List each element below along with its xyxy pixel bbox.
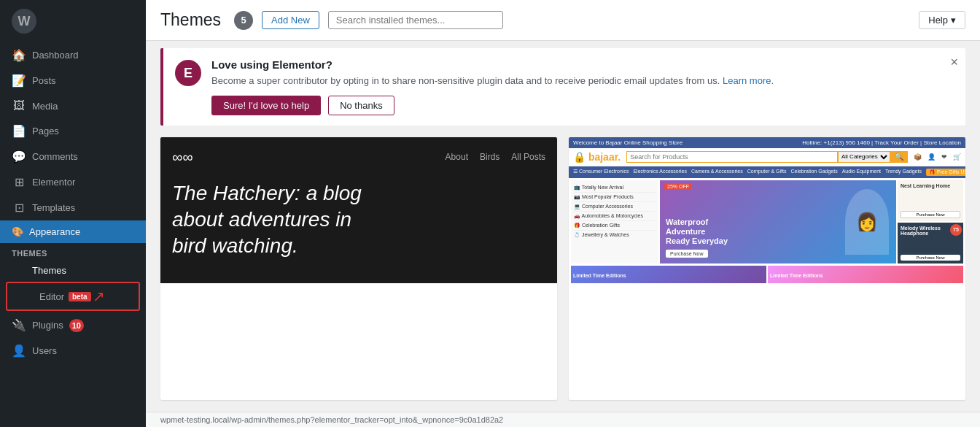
sidebar-item-posts[interactable]: 📝 Posts <box>0 68 146 93</box>
dashboard-icon: 🏠 <box>12 48 26 62</box>
hatchery-preview: ∞∞ About Birds All Posts The Hatchery: a… <box>160 137 557 283</box>
sidebar-item-label: Pages <box>32 126 59 136</box>
hatchery-nav: ∞∞ About Birds All Posts <box>172 149 545 166</box>
banner-body-text: Become a super contributor by opting in … <box>211 75 720 86</box>
themes-label: Themes <box>12 249 47 258</box>
wordpress-logo: W <box>12 9 36 34</box>
bajaar-purchase-btn[interactable]: Purchase Now <box>666 250 708 258</box>
elementor-banner: E Love using Elementor? Become a super c… <box>160 48 965 126</box>
appearance-icon: 🎨 <box>12 226 23 237</box>
bajaar-logo-bar: 🔒 bajaar. All Categories 🔍 📦👤❤🛒 <box>569 148 965 166</box>
bajaar-logo: 🔒 bajaar. <box>573 151 621 163</box>
theme-card-bajaar[interactable]: Welcome to Bajaar Online Shopping Store … <box>569 137 965 401</box>
users-label: Users <box>32 345 57 356</box>
sidebar-item-label: Templates <box>32 202 75 213</box>
sidebar-item-label: Elementor <box>32 177 75 188</box>
themes-sub-label: Themes <box>32 265 66 276</box>
sidebar-item-templates[interactable]: ⊡ Templates <box>0 195 146 220</box>
sidebar-item-label: Media <box>32 101 58 112</box>
hatchery-title: The Hatchery: a blogabout adventures inb… <box>172 180 545 260</box>
plugins-label: Plugins <box>32 320 63 331</box>
elementor-brand-icon: E <box>175 60 201 86</box>
sidebar-item-media[interactable]: 🖼 Media <box>0 93 146 118</box>
media-icon: 🖼 <box>12 99 26 112</box>
plugins-badge: 10 <box>69 319 84 332</box>
bajaar-search-button[interactable]: 🔍 <box>890 151 908 163</box>
sidebar: W 🏠 Dashboard 📝 Posts 🖼 Media 📄 Pages 💬 … <box>0 0 146 427</box>
bajaar-top-bar: Welcome to Bajaar Online Shopping Store … <box>569 137 965 148</box>
sidebar-item-comments[interactable]: 💬 Comments <box>0 144 146 169</box>
opt-in-button[interactable]: Sure! I'd love to help <box>211 96 321 115</box>
add-new-button[interactable]: Add New <box>262 11 319 29</box>
sidebar-item-pages[interactable]: 📄 Pages <box>0 118 146 144</box>
themes-count-badge: 5 <box>234 11 253 30</box>
banner-text: Become a super contributor by opting in … <box>211 74 954 88</box>
elementor-icon: ⊞ <box>12 175 26 189</box>
sidebar-item-themes[interactable]: Themes <box>0 261 146 280</box>
comments-icon: 💬 <box>12 150 26 164</box>
main-content: Themes 5 Add New Help ▾ E Love using Ele… <box>146 0 980 427</box>
sidebar-item-plugins[interactable]: 🔌 Plugins 10 <box>0 312 146 338</box>
page-title: Themes <box>160 10 221 30</box>
themes-section-label: Themes <box>0 243 146 261</box>
bajaar-bottom-row: Limited Time Editions Limited Time Editi… <box>569 266 965 283</box>
sidebar-item-label: Appearance <box>29 226 80 237</box>
top-bar: Themes 5 Add New Help ▾ <box>146 0 980 41</box>
sidebar-item-dashboard[interactable]: 🏠 Dashboard <box>0 42 146 68</box>
bajaar-preview: Welcome to Bajaar Online Shopping Store … <box>569 137 965 283</box>
banner-actions: Sure! I'd love to help No thanks <box>211 96 954 115</box>
banner-content: Love using Elementor? Become a super con… <box>211 58 954 115</box>
status-url: wpmet-testing.local/wp-admin/themes.php?… <box>160 415 503 424</box>
help-label: Help <box>928 15 948 26</box>
bajaar-content-grid: 📺 Totally New Arrival 📷 Most Popular Pro… <box>569 178 965 266</box>
pages-icon: 📄 <box>12 124 26 138</box>
hatchery-logo: ∞∞ <box>172 149 193 166</box>
chevron-down-icon: ▾ <box>951 15 956 26</box>
no-thanks-button[interactable]: No thanks <box>328 96 394 115</box>
bajaar-category-bar: ☰ Consumer Electronics Electronics Acces… <box>569 166 965 178</box>
users-icon: 👤 <box>12 344 26 358</box>
bajaar-search: All Categories 🔍 <box>626 151 908 163</box>
bajaar-category-select[interactable]: All Categories <box>838 151 890 163</box>
banner-title: Love using Elementor? <box>211 58 954 71</box>
help-button[interactable]: Help ▾ <box>919 11 965 29</box>
sidebar-item-label: Comments <box>32 151 78 162</box>
arrow-indicator: ↗ <box>93 288 105 305</box>
templates-icon: ⊡ <box>12 201 26 215</box>
plugins-icon: 🔌 <box>12 318 26 332</box>
posts-icon: 📝 <box>12 74 26 88</box>
sidebar-item-editor-beta[interactable]: Editor beta ↗ <box>6 282 140 311</box>
purchase-btn-2[interactable]: Purchase Now <box>901 255 960 261</box>
close-banner-button[interactable]: × <box>950 55 958 69</box>
hatchery-nav-links: About Birds All Posts <box>446 152 545 162</box>
sidebar-item-appearance[interactable]: 🎨 Appearance <box>0 220 146 243</box>
themes-grid: ∞∞ About Birds All Posts The Hatchery: a… <box>146 126 980 412</box>
purchase-btn-1[interactable]: Purchase Now <box>901 211 960 218</box>
sidebar-item-label: Posts <box>32 75 56 86</box>
theme-card-hatchery[interactable]: ∞∞ About Birds All Posts The Hatchery: a… <box>160 137 557 401</box>
learn-more-link[interactable]: Learn more. <box>723 75 774 86</box>
sidebar-logo: W <box>0 0 146 42</box>
sidebar-item-elementor[interactable]: ⊞ Elementor <box>0 169 146 195</box>
search-input[interactable] <box>328 11 503 29</box>
sidebar-item-users[interactable]: 👤 Users <box>0 338 146 363</box>
beta-badge: beta <box>69 292 91 301</box>
editor-label: Editor <box>39 291 64 302</box>
sidebar-item-label: Dashboard <box>32 50 79 61</box>
status-bar: wpmet-testing.local/wp-admin/themes.php?… <box>146 412 980 427</box>
bajaar-search-input[interactable] <box>626 151 838 163</box>
